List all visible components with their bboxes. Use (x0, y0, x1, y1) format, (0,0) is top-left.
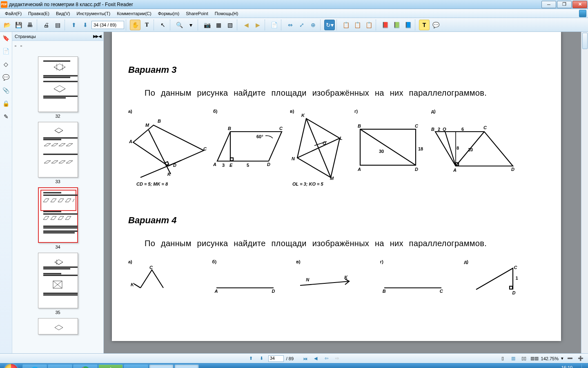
thumbnail-36[interactable] (38, 318, 78, 334)
fit-width-button[interactable]: ⇔ (285, 20, 296, 30)
layers-tab-icon[interactable]: ◇ (2, 61, 10, 68)
convert2-button[interactable]: 📋 (352, 20, 363, 30)
body: 🔖 📄 ◇ 💬 📎 🔒 ✎ Страницы ▶▶ ◀ ▫ ▫ ▬▬▬▬▬▬▬▬… (0, 32, 588, 353)
thumbnail-35[interactable]: ▬▬▬▬▬▬▬▬▬▬▬▬▬▬▬▬▬▬▬▬▬▬▬▬▬▬▬▬▬▬▬▬▬▬▬▬▬▬▬▬… (38, 253, 78, 308)
status-prev-button[interactable]: ⬆ (247, 355, 255, 362)
search-button[interactable]: 🔍 (174, 20, 185, 30)
status-page-input[interactable]: 34 (268, 355, 284, 362)
fit-page-button[interactable]: ⤢ (296, 20, 307, 30)
tray-clock[interactable]: 16:10 24.01.2017 (556, 365, 578, 368)
layout-cont-button[interactable]: ▥ (509, 355, 517, 362)
menu-file[interactable]: Файл(F) (2, 10, 25, 17)
search-dd-button[interactable]: ▾ (185, 20, 196, 30)
menu-forms[interactable]: Формы(m) (155, 10, 183, 17)
menu-view[interactable]: Вид(V) (53, 10, 74, 17)
menu-side-icon[interactable] (579, 10, 586, 17)
document-area[interactable]: Вариант 3 По данным рисунка найдите площ… (104, 32, 588, 353)
status-first-button[interactable]: ⏮ (301, 355, 309, 362)
start-button[interactable] (0, 364, 22, 368)
pdf-a-button[interactable]: 📕 (380, 20, 390, 30)
snapshot-button[interactable]: 📷 (202, 20, 212, 30)
task-chrome[interactable] (73, 364, 98, 368)
thumb-size-a-icon[interactable]: ▫ (15, 43, 16, 48)
maximize-button[interactable]: ❐ (557, 1, 572, 8)
next-page-button[interactable]: ⬇ (80, 20, 91, 30)
svg-text:▬▬▬▬: ▬▬▬▬ (43, 136, 61, 141)
thumbnail-32[interactable]: ▬▬▬▬▬▬▬▬▬▬▬▬▬▬▬▬▬▬▬▬▬▬▬▬▬▬▬▬▬▬▬▬▬▬▬▬▬▬▬▬… (38, 56, 78, 112)
app-icon: PDF (1, 1, 7, 8)
task-explorer[interactable]: 📁 (48, 364, 72, 368)
status-next-button[interactable]: ⬇ (258, 355, 266, 362)
layout-cont-facing-button[interactable]: ▥▥ (530, 355, 539, 362)
task-app2[interactable]: ▶ (124, 364, 148, 368)
scan-button[interactable]: ▤ (52, 20, 63, 30)
security-tab-icon[interactable]: 🔒 (2, 100, 10, 107)
show-desktop-button[interactable] (581, 364, 585, 368)
pointer-button[interactable]: ↖ (158, 20, 168, 30)
pdf-c-button[interactable]: 📘 (403, 20, 413, 30)
play-right-button[interactable]: ▶ (252, 20, 263, 30)
svg-text:▬▬▬▬▬▬▬▬▬: ▬▬▬▬▬▬▬▬▬ (43, 151, 78, 156)
figure-a: а) A M B C D K CD = 5; (128, 109, 210, 191)
pages-panel: Страницы ▶▶ ◀ ▫ ▫ ▬▬▬▬▬▬▬▬▬▬▬▬▬▬▬▬▬▬▬▬▬▬… (12, 32, 104, 353)
svg-text:▬▬▬▬▬▬▬▬: ▬▬▬▬▬▬▬▬ (43, 292, 78, 296)
status-back-button[interactable]: ◀ (312, 355, 320, 362)
convert-button[interactable]: 📋 (341, 20, 351, 30)
minimize-button[interactable]: ─ (541, 1, 556, 8)
page-input[interactable]: 34 (34 / 89) (91, 21, 124, 29)
comments-tab-icon[interactable]: 💬 (2, 74, 10, 81)
taskbar: 🌐 📁 Λ ▶ PDF W RU ▴ 🏳 ◉ 🖧 🔊 ⟳ 16:10 24.01… (0, 363, 588, 368)
task-word[interactable]: W (174, 364, 199, 368)
zoom-out-button[interactable]: ➖ (566, 355, 574, 362)
play-left-button[interactable]: ◀ (241, 20, 252, 30)
zoom-in-button[interactable]: ➕ (577, 355, 585, 362)
thumbnail-label: 35 (12, 310, 103, 315)
form-button[interactable]: 📄 (269, 20, 279, 30)
menu-edit[interactable]: Правка(E) (25, 10, 53, 17)
convert3-button[interactable]: 📋 (363, 20, 374, 30)
status-fwd-button[interactable]: ⇦ (322, 355, 330, 362)
pdf-b-button[interactable]: 📗 (391, 20, 402, 30)
select-text-button[interactable]: 𝐓 (141, 20, 152, 30)
print-button[interactable]: 🖶 (24, 20, 35, 30)
menu-sharepoint[interactable]: SharePoint (183, 10, 211, 17)
menu-tools[interactable]: Инструменты(T) (74, 10, 114, 17)
menu-help[interactable]: Помощь(H) (212, 10, 242, 17)
toolbar: 📂 💾 🖶 🖨 ▤ ⬆ ⬇ 34 (34 / 89) ✋ 𝐓 ↖ 🔍 ▾ 📷 ▦… (0, 18, 588, 32)
close-button[interactable]: ✕ (572, 1, 587, 8)
prev-page-button[interactable]: ⬆ (69, 20, 79, 30)
hand-tool-button[interactable]: ✋ (130, 20, 140, 30)
signatures-tab-icon[interactable]: ✎ (2, 113, 10, 120)
window-title: дидактический по геометрии 8 класс.pdf -… (9, 2, 541, 7)
svg-rect-29 (510, 286, 512, 289)
panel-collapse-icon[interactable]: ▶▶ ◀ (93, 34, 101, 38)
task-ie[interactable]: 🌐 (22, 364, 47, 368)
print2-button[interactable]: 🖨 (41, 20, 51, 30)
tool-b-button[interactable]: ▧ (225, 20, 235, 30)
layout-facing-button[interactable]: ▯▯ (520, 355, 528, 362)
attachments-tab-icon[interactable]: 📎 (2, 87, 10, 94)
thumb-size-b-icon[interactable]: ▫ (20, 43, 22, 48)
thumbnail-34[interactable]: ▬▬▬▬▬▬▬▬▬▬▬▬▬▬▬▬▬▬▬▬▬▬▬▬▬▬▬▬▬▬▬▬▬▬▬▬▬▬▬▬… (38, 187, 78, 243)
heading-variant-3: Вариант 3 (128, 65, 545, 75)
menu-bar: Файл(F) Правка(E) Вид(V) Инструменты(T) … (0, 9, 588, 18)
bookmarks-tab-icon[interactable]: 🔖 (2, 34, 10, 42)
task-foxit[interactable]: PDF (149, 364, 174, 368)
note-button[interactable]: 💬 (430, 20, 441, 30)
menu-comments[interactable]: Комментарии(C) (114, 10, 155, 17)
save-button[interactable]: 💾 (13, 20, 24, 30)
thumbnail-list[interactable]: ▬▬▬▬▬▬▬▬▬▬▬▬▬▬▬▬▬▬▬▬▬▬▬▬▬▬▬▬▬▬▬▬▬▬▬▬▬▬▬▬… (12, 51, 103, 353)
status-last-button[interactable]: ⇨ (333, 355, 341, 362)
layout-single-button[interactable]: ▯ (499, 355, 507, 362)
highlight-button[interactable]: T (419, 20, 430, 30)
rotate-button[interactable]: ↻▾ (324, 20, 335, 30)
scrollbar[interactable] (581, 32, 588, 353)
thumbnail-33[interactable]: ▬▬▬▬▬▬▬▬▬▬▬▬▬▬▬▬▬▬▬▬▬▬ (38, 122, 78, 177)
task-text-3: По данным рисунка найдите площади изобра… (128, 85, 545, 101)
pages-tab-icon[interactable]: 📄 (2, 47, 10, 55)
task-app1[interactable]: Λ (98, 364, 123, 368)
open-button[interactable]: 📂 (2, 20, 12, 30)
tool-a-button[interactable]: ▦ (213, 20, 224, 30)
zoom-button[interactable]: ⊕ (308, 20, 318, 30)
pdf-page-34: Вариант 3 По данным рисунка найдите площ… (112, 32, 561, 341)
